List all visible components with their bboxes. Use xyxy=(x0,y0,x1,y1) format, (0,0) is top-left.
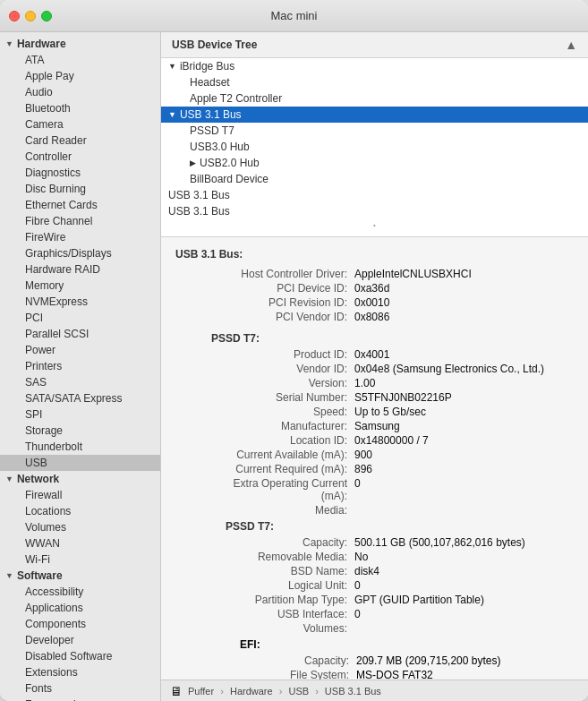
detail-label-pcivid: PCI Vendor ID: xyxy=(175,311,354,323)
pssd-value-mfr: Samsung xyxy=(354,420,574,432)
hardware-triangle-icon: ▼ xyxy=(5,39,13,48)
sidebar-item-power[interactable]: Power xyxy=(0,342,160,358)
sidebar-item-applications[interactable]: Applications xyxy=(0,600,160,616)
media-value-partition: GPT (GUID Partition Table) xyxy=(354,594,574,606)
tree-item-usb30hub[interactable]: USB3.0 Hub xyxy=(161,139,588,155)
sidebar-item-ata[interactable]: ATA xyxy=(0,52,160,68)
sidebar-item-locations[interactable]: Locations xyxy=(0,503,160,519)
usb20hub-label: USB2.0 Hub xyxy=(200,157,260,169)
sidebar-item-printers[interactable]: Printers xyxy=(0,358,160,374)
sidebar-item-diagnostics[interactable]: Diagnostics xyxy=(0,165,160,181)
efi-value-capacity: 209.7 MB (209,715,200 bytes) xyxy=(356,654,500,667)
media-label-capacity: Capacity: xyxy=(226,536,354,549)
usb20hub-triangle-icon: ▶ xyxy=(190,158,196,167)
efi-label-fs: File System: xyxy=(240,669,356,680)
sidebar-item-spi[interactable]: SPI xyxy=(0,406,160,423)
pssd-value-speed: Up to 5 Gb/sec xyxy=(354,406,574,418)
pssd-value-extraop: 0 xyxy=(354,477,574,502)
tree-item-usb20hub[interactable]: ▶ USB2.0 Hub xyxy=(161,155,588,171)
minimize-button[interactable] xyxy=(25,11,36,21)
sidebar-item-volumes[interactable]: Volumes xyxy=(0,519,160,535)
pssd-value-serial: S5TFNJ0NB02216P xyxy=(354,391,574,404)
sidebar-item-memory[interactable]: Memory xyxy=(0,278,160,294)
sidebar-item-firewall[interactable]: Firewall xyxy=(0,487,160,503)
sidebar-item-nvmexpress[interactable]: NVMExpress xyxy=(0,294,160,310)
sidebar-item-sas[interactable]: SAS xyxy=(0,374,160,390)
sidebar-item-frameworks[interactable]: Frameworks xyxy=(0,697,160,701)
sidebar-item-controller[interactable]: Controller xyxy=(0,149,160,165)
sidebar-section-network[interactable]: ▼ Network xyxy=(0,471,160,487)
tree-area[interactable]: ▼ iBridge Bus Headset Apple T2 Controlle… xyxy=(161,58,588,237)
sidebar-item-usb[interactable]: USB xyxy=(0,455,160,471)
sidebar-section-software[interactable]: ▼ Software xyxy=(0,568,160,584)
media-value-removable: No xyxy=(354,551,574,563)
media-row-capacity: Capacity: 500.11 GB (500,107,862,016 byt… xyxy=(226,536,574,549)
maximize-button[interactable] xyxy=(41,11,52,21)
pssd-row-extraop: Extra Operating Current (mA): 0 xyxy=(211,477,574,502)
content-header-title: USB Device Tree xyxy=(172,38,257,51)
detail-row-pcirevid: PCI Revision ID: 0x0010 xyxy=(175,296,574,309)
tree-item-usb31-3[interactable]: USB 3.1 Bus xyxy=(161,203,588,219)
sidebar-item-extensions[interactable]: Extensions xyxy=(0,664,160,680)
tree-item-usb31-2[interactable]: USB 3.1 Bus xyxy=(161,187,588,203)
breadcrumb-hardware: Hardware xyxy=(230,686,273,697)
media-value-usbint: 0 xyxy=(354,608,574,620)
sidebar-item-fibrechannel[interactable]: Fibre Channel xyxy=(0,213,160,229)
detail-row-hcd: Host Controller Driver: AppleIntelCNLUSB… xyxy=(175,268,574,280)
statusbar: 🖥 Puffer › Hardware › USB › USB 3.1 Bus xyxy=(161,680,588,701)
detail-row-pcidevid: PCI Device ID: 0xa36d xyxy=(175,282,574,295)
sidebar-item-graphicsdisplays[interactable]: Graphics/Displays xyxy=(0,245,160,261)
pssd-label-locid: Location ID: xyxy=(211,434,354,447)
pssd-row-vendorid: Vendor ID: 0x04e8 (Samsung Electronics C… xyxy=(211,363,574,375)
sidebar-item-fonts[interactable]: Fonts xyxy=(0,680,160,697)
detail-value-pcivid: 0x8086 xyxy=(354,311,574,323)
tree-item-applet2[interactable]: Apple T2 Controller xyxy=(161,90,588,107)
pssd-row-speed: Speed: Up to 5 Gb/sec xyxy=(211,406,574,418)
content-header: USB Device Tree ▲ xyxy=(161,32,588,58)
tree-item-pssdt7[interactable]: PSSD T7 xyxy=(161,123,588,139)
sidebar-item-storage[interactable]: Storage xyxy=(0,423,160,439)
close-button[interactable] xyxy=(9,11,20,21)
pssdt7-label: PSSD T7 xyxy=(190,124,234,137)
pssd-value-currreq: 896 xyxy=(354,463,574,475)
sidebar-item-parallelscsi[interactable]: Parallel SCSI xyxy=(0,326,160,342)
breadcrumb-usb: USB xyxy=(288,686,309,697)
sidebar-section-hardware[interactable]: ▼ Hardware xyxy=(0,36,160,52)
sidebar-item-ethernetcards[interactable]: Ethernet Cards xyxy=(0,197,160,213)
sidebar-item-disabledsoftware[interactable]: Disabled Software xyxy=(0,648,160,664)
sidebar-item-developer[interactable]: Developer xyxy=(0,632,160,648)
collapse-button[interactable]: ▲ xyxy=(565,38,577,52)
sidebar-item-pci[interactable]: PCI xyxy=(0,310,160,326)
sidebar-item-cardreader[interactable]: Card Reader xyxy=(0,133,160,149)
window-title: Mac mini xyxy=(270,9,317,22)
sidebar-item-applepay[interactable]: Apple Pay xyxy=(0,68,160,84)
media-row-removable: Removable Media: No xyxy=(226,551,574,563)
sidebar-item-hardwareraid[interactable]: Hardware RAID xyxy=(0,261,160,278)
detail-area[interactable]: USB 3.1 Bus: Host Controller Driver: App… xyxy=(161,237,588,680)
tree-item-ibridge[interactable]: ▼ iBridge Bus xyxy=(161,58,588,74)
sidebar-item-wifi[interactable]: Wi-Fi xyxy=(0,551,160,568)
media-label-partition: Partition Map Type: xyxy=(226,594,354,606)
tree-item-headset[interactable]: Headset xyxy=(161,74,588,90)
sidebar-item-audio[interactable]: Audio xyxy=(0,84,160,100)
sidebar-item-bluetooth[interactable]: Bluetooth xyxy=(0,100,160,116)
pssd-row-curavail: Current Available (mA): 900 xyxy=(211,449,574,461)
sidebar-item-thunderbolt[interactable]: Thunderbolt xyxy=(0,439,160,455)
titlebar: Mac mini xyxy=(0,0,588,32)
sidebar-item-components[interactable]: Components xyxy=(0,616,160,632)
detail-value-hcd: AppleIntelCNLUSBXHCI xyxy=(354,268,574,280)
pssd-label-curavail: Current Available (mA): xyxy=(211,449,354,461)
sidebar-item-sata[interactable]: SATA/SATA Express xyxy=(0,390,160,406)
sidebar-item-wwan[interactable]: WWAN xyxy=(0,535,160,551)
sidebar-item-discburning[interactable]: Disc Burning xyxy=(0,181,160,197)
efi-title: EFI: xyxy=(240,638,260,651)
sidebar-item-camera[interactable]: Camera xyxy=(0,116,160,133)
tree-item-usb31-1[interactable]: ▼ USB 3.1 Bus xyxy=(161,107,588,123)
detail-label-pcirevid: PCI Revision ID: xyxy=(175,296,354,309)
sidebar-item-accessibility[interactable]: Accessibility xyxy=(0,584,160,600)
main-window: Mac mini ▼ Hardware ATA Apple Pay Audio … xyxy=(0,0,588,701)
sidebar[interactable]: ▼ Hardware ATA Apple Pay Audio Bluetooth… xyxy=(0,32,161,701)
media-row-volumes: Volumes: xyxy=(226,622,574,635)
tree-item-billboard[interactable]: BillBoard Device xyxy=(161,171,588,187)
sidebar-item-firewire[interactable]: FireWire xyxy=(0,229,160,245)
